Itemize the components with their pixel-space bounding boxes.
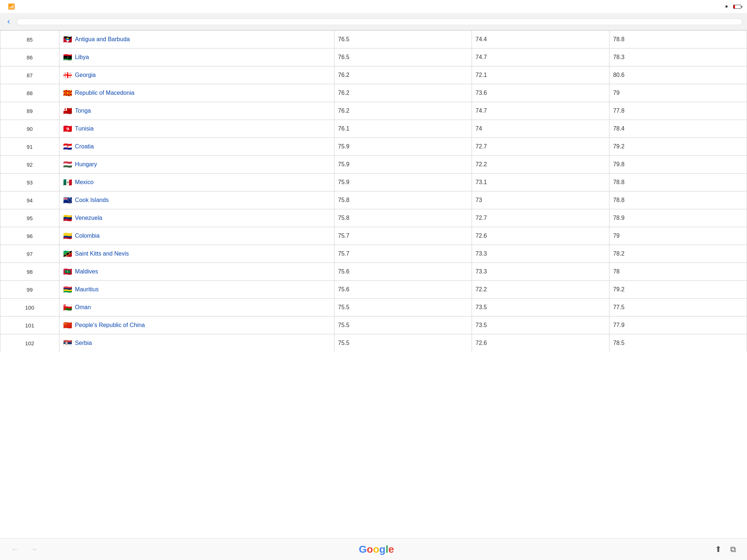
url-bar[interactable] — [16, 18, 743, 25]
overall-expectancy: 75.6 — [334, 263, 472, 281]
country-flag: 🇴🇲 — [63, 303, 72, 312]
country-content: 🇨🇳 People's Republic of China — [63, 321, 330, 330]
rank-cell: 99 — [0, 281, 59, 299]
country-name[interactable]: Mexico — [75, 179, 94, 186]
country-flag: 🇻🇪 — [63, 214, 72, 222]
life-expectancy-table: 85 🇦🇬 Antigua and Barbuda 76.574.478.886… — [0, 30, 747, 352]
country-name[interactable]: Cook Islands — [75, 197, 109, 203]
country-name[interactable]: Colombia — [75, 233, 100, 239]
country-cell: 🇱🇾 Libya — [59, 48, 334, 66]
country-cell: 🇬🇪 Georgia — [59, 66, 334, 84]
country-flag: 🇱🇾 — [63, 53, 72, 62]
rank-cell: 100 — [0, 299, 59, 316]
country-flag: 🇭🇺 — [63, 160, 72, 169]
country-flag: 🇬🇪 — [63, 71, 72, 79]
female-expectancy: 78.9 — [609, 209, 747, 227]
female-expectancy: 79 — [609, 227, 747, 245]
country-flag: 🇨🇴 — [63, 232, 72, 240]
country-name[interactable]: Croatia — [75, 143, 94, 150]
female-expectancy: 78.4 — [609, 120, 747, 138]
country-content: 🇹🇳 Tunisia — [63, 124, 330, 133]
rank-cell: 96 — [0, 227, 59, 245]
country-content: 🇭🇷 Croatia — [63, 142, 330, 151]
country-flag: 🇹🇳 — [63, 124, 72, 133]
overall-expectancy: 76.2 — [334, 84, 472, 102]
bluetooth-icon: ✶ — [724, 4, 729, 9]
country-cell: 🇦🇬 Antigua and Barbuda — [59, 31, 334, 48]
female-expectancy: 79.2 — [609, 138, 747, 156]
female-expectancy: 78.3 — [609, 48, 747, 66]
battery-icon — [733, 5, 741, 9]
male-expectancy: 73.6 — [472, 84, 609, 102]
country-name[interactable]: Libya — [75, 54, 89, 61]
country-content: 🇲🇽 Mexico — [63, 178, 330, 187]
rank-cell: 87 — [0, 66, 59, 84]
overall-expectancy: 75.8 — [334, 191, 472, 209]
country-name[interactable]: Georgia — [75, 72, 96, 78]
rank-cell: 90 — [0, 120, 59, 138]
country-name[interactable]: Oman — [75, 304, 91, 311]
male-expectancy: 72.2 — [472, 156, 609, 174]
country-content: 🇬🇪 Georgia — [63, 71, 330, 79]
male-expectancy: 72.7 — [472, 138, 609, 156]
rank-cell: 92 — [0, 156, 59, 174]
overall-expectancy: 75.7 — [334, 227, 472, 245]
country-name[interactable]: Serbia — [75, 340, 92, 346]
country-name[interactable]: Tonga — [75, 108, 91, 114]
country-cell: 🇨🇴 Colombia — [59, 227, 334, 245]
rank-cell: 95 — [0, 209, 59, 227]
overall-expectancy: 75.8 — [334, 209, 472, 227]
rank-cell: 91 — [0, 138, 59, 156]
country-name[interactable]: Saint Kitts and Nevis — [75, 250, 129, 257]
country-name[interactable]: Antigua and Barbuda — [75, 36, 130, 43]
country-content: 🇰🇳 Saint Kitts and Nevis — [63, 249, 330, 258]
country-cell: 🇭🇺 Hungary — [59, 156, 334, 174]
male-expectancy: 73.5 — [472, 316, 609, 334]
country-cell: 🇴🇲 Oman — [59, 299, 334, 316]
overall-expectancy: 76.1 — [334, 120, 472, 138]
female-expectancy: 78.5 — [609, 334, 747, 352]
rank-cell: 98 — [0, 263, 59, 281]
female-expectancy: 77.8 — [609, 102, 747, 120]
country-flag: 🇰🇳 — [63, 249, 72, 258]
country-name[interactable]: Maldives — [75, 268, 98, 275]
female-expectancy: 78.8 — [609, 31, 747, 48]
country-content: 🇲🇰 Republic of Macedonia — [63, 89, 330, 97]
rank-cell: 94 — [0, 191, 59, 209]
country-content: 🇲🇺 Mauritius — [63, 285, 330, 294]
country-content: 🇭🇺 Hungary — [63, 160, 330, 169]
country-name[interactable]: Venezuela — [75, 215, 102, 221]
country-name[interactable]: Tunisia — [75, 125, 94, 132]
rank-cell: 97 — [0, 245, 59, 263]
male-expectancy: 73.1 — [472, 174, 609, 191]
overall-expectancy: 75.6 — [334, 281, 472, 299]
country-cell: 🇲🇻 Maldives — [59, 263, 334, 281]
country-flag: 🇨🇰 — [63, 196, 72, 205]
browser-bar: ‹ — [0, 13, 747, 30]
country-name[interactable]: Mauritius — [75, 286, 99, 293]
country-cell: 🇲🇽 Mexico — [59, 174, 334, 191]
country-content: 🇦🇬 Antigua and Barbuda — [63, 35, 330, 44]
status-left: 📶 — [6, 3, 15, 10]
male-expectancy: 74.4 — [472, 31, 609, 48]
overall-expectancy: 75.9 — [334, 174, 472, 191]
female-expectancy: 78 — [609, 263, 747, 281]
country-cell: 🇲🇰 Republic of Macedonia — [59, 84, 334, 102]
male-expectancy: 72.2 — [472, 281, 609, 299]
country-content: 🇻🇪 Venezuela — [63, 214, 330, 222]
country-name[interactable]: Hungary — [75, 161, 97, 168]
country-cell: 🇨🇳 People's Republic of China — [59, 316, 334, 334]
overall-expectancy: 75.5 — [334, 334, 472, 352]
overall-expectancy: 75.5 — [334, 316, 472, 334]
male-expectancy: 72.6 — [472, 334, 609, 352]
female-expectancy: 79 — [609, 84, 747, 102]
country-name[interactable]: People's Republic of China — [75, 322, 145, 328]
country-content: 🇨🇰 Cook Islands — [63, 196, 330, 205]
country-name[interactable]: Republic of Macedonia — [75, 90, 135, 96]
rank-cell: 85 — [0, 31, 59, 48]
rank-cell: 86 — [0, 48, 59, 66]
female-expectancy: 78.8 — [609, 191, 747, 209]
browser-back-button[interactable]: ‹ — [4, 16, 13, 27]
data-table-container: 85 🇦🇬 Antigua and Barbuda 76.574.478.886… — [0, 30, 747, 352]
rank-cell: 88 — [0, 84, 59, 102]
